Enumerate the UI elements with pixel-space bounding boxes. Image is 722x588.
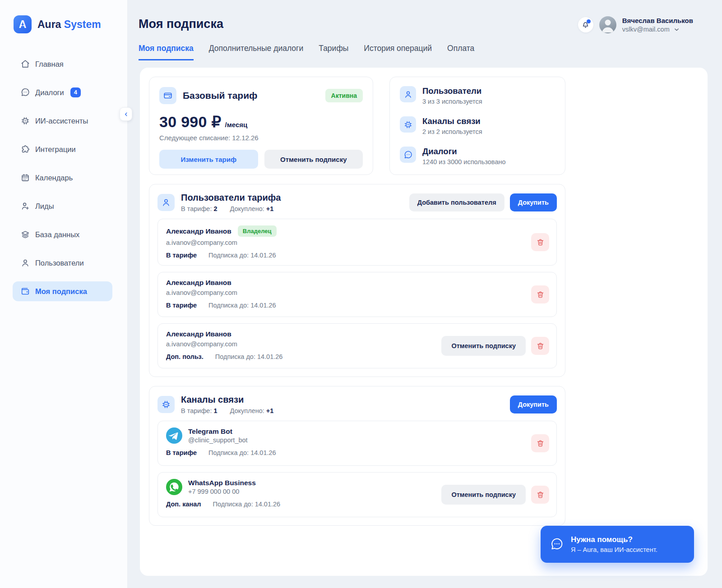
channel-handle: @clinic_support_bot xyxy=(188,436,248,444)
buy-more-users-button[interactable]: Докупить xyxy=(510,193,557,211)
meta-value: +1 xyxy=(266,407,274,414)
in-tariff-meta: В тарифе:2 xyxy=(181,205,218,212)
channel-type: Доп. канал xyxy=(166,501,201,508)
tab-tariffs[interactable]: Тарифы xyxy=(319,44,348,60)
sidebar-item-leads[interactable]: Лиды xyxy=(13,196,112,216)
trash-icon xyxy=(536,290,545,299)
sidebar-item-integrations[interactable]: Интеграции xyxy=(13,139,112,159)
tab-payment[interactable]: Оплата xyxy=(447,44,474,60)
main-content: Моя подписка Вячеслав Васильков vslkv@ma… xyxy=(128,0,722,588)
sidebar-item-label: Календарь xyxy=(35,174,73,182)
chip-icon xyxy=(400,116,416,133)
sidebar-collapse-button[interactable] xyxy=(120,107,132,121)
calendar-icon xyxy=(20,173,30,183)
sidebar-item-label: Лиды xyxy=(35,202,54,211)
user-icon xyxy=(157,194,175,211)
user-row-valid-until: Подписка до: 14.01.26 xyxy=(208,252,276,259)
tariff-period: /месяц xyxy=(225,121,247,129)
meta-value: +1 xyxy=(266,205,274,212)
brand-name-primary: Aura xyxy=(37,18,61,30)
subscription-panel: Базовый тариф Активна 30 990 ₽ /месяц Сл… xyxy=(140,68,708,576)
sidebar-item-users[interactable]: Пользователи xyxy=(13,253,112,273)
usage-title: Диалоги xyxy=(422,147,506,156)
channel-name: Telegram Bot xyxy=(188,427,248,436)
meta-value: 1 xyxy=(213,407,217,414)
cancel-channel-subscription-button[interactable]: Отменить подписку xyxy=(441,485,526,505)
channel-handle: +7 999 000 00 00 xyxy=(188,488,256,495)
section-title: Каналы связи xyxy=(181,395,504,405)
delete-user-button[interactable] xyxy=(531,285,549,303)
usage-users: Пользователи 3 из 3 используется xyxy=(400,86,555,105)
card-icon xyxy=(159,87,176,104)
help-title: Нужна помощь? xyxy=(571,535,657,544)
channel-valid-until: Подписка до: 14.01.26 xyxy=(213,501,281,508)
trash-icon xyxy=(536,238,545,247)
chip-icon xyxy=(20,116,30,126)
sidebar-item-label: Моя подписка xyxy=(35,287,87,296)
user-name: Вячеслав Васильков xyxy=(622,17,693,24)
meta-value: 2 xyxy=(213,205,217,212)
buy-more-channels-button[interactable]: Докупить xyxy=(510,395,557,413)
sidebar-item-database[interactable]: База данных xyxy=(13,225,112,244)
user-row-email: a.ivanov@company.com xyxy=(166,289,548,296)
delete-user-button[interactable] xyxy=(531,233,549,251)
tab-my-subscription[interactable]: Моя подписка xyxy=(139,44,194,60)
usage-dialogs: Диалоги 1240 из 3000 использовано xyxy=(400,147,555,165)
channel-row: WhatsApp Business +7 999 000 00 00 Доп. … xyxy=(157,472,557,517)
channel-type: В тарифе xyxy=(166,449,197,456)
user-row-name: Александр Иванов xyxy=(166,227,231,235)
user-row-valid-until: Подписка до: 14.01.26 xyxy=(208,302,276,309)
change-tariff-button[interactable]: Изменить тариф xyxy=(159,150,258,169)
sidebar-item-label: Пользователи xyxy=(35,259,84,267)
usage-channels: Каналы связи 2 из 2 используется xyxy=(400,116,555,135)
notifications-button[interactable] xyxy=(578,17,593,32)
brand-name: Aura System xyxy=(37,18,101,31)
tab-operations-history[interactable]: История операций xyxy=(364,44,432,60)
purchased-meta: Докуплено:+1 xyxy=(230,205,274,212)
next-charge-date: Следующее списание: 12.12.26 xyxy=(159,134,363,142)
tab-bar: Моя подписка Дополнительные диалоги Тари… xyxy=(128,44,722,60)
sidebar-item-my-subscription[interactable]: Моя подписка xyxy=(13,281,112,301)
channel-row: Telegram Bot @clinic_support_bot В тариф… xyxy=(157,421,557,466)
usage-card: Пользователи 3 из 3 используется Каналы … xyxy=(389,77,565,175)
chevron-left-icon xyxy=(124,112,129,117)
help-assistant-widget[interactable]: Нужна помощь? Я – Aura, ваш ИИ-ассистент… xyxy=(541,526,694,563)
notification-dot xyxy=(587,19,591,23)
help-subtitle: Я – Aura, ваш ИИ-ассистент. xyxy=(571,546,657,553)
telegram-icon xyxy=(166,427,182,444)
delete-channel-button[interactable] xyxy=(531,486,549,504)
user-row: Александр Иванов a.ivanov@company.com В … xyxy=(157,272,557,317)
sidebar-item-calendar[interactable]: Календарь xyxy=(13,168,112,188)
sidebar-item-ai-assistants[interactable]: ИИ-ассистенты xyxy=(13,111,112,131)
user-row: Александр Иванов a.ivanov@company.com До… xyxy=(157,323,557,368)
app-logo: A✦ Aura System xyxy=(0,0,127,33)
user-menu[interactable]: Вячеслав Васильков vslkv@mail.com xyxy=(622,17,693,33)
in-tariff-meta: В тарифе:1 xyxy=(181,407,218,414)
tariff-card: Базовый тариф Активна 30 990 ₽ /месяц Сл… xyxy=(149,77,373,175)
sidebar-item-dialogs[interactable]: Диалоги 4 xyxy=(13,83,112,102)
sidebar-item-label: Главная xyxy=(35,60,64,69)
delete-channel-button[interactable] xyxy=(531,434,549,452)
user-row-type: Доп. польз. xyxy=(166,353,204,360)
sidebar-item-label: ИИ-ассистенты xyxy=(35,117,88,125)
sidebar-item-home[interactable]: Главная xyxy=(13,54,112,74)
avatar[interactable] xyxy=(599,16,616,33)
tab-additional-dialogs[interactable]: Дополнительные диалоги xyxy=(209,44,303,60)
sidebar: A✦ Aura System Главная Диалоги 4 ИИ-асси… xyxy=(0,0,128,588)
cancel-subscription-button[interactable]: Отменить подписку xyxy=(264,150,363,169)
wallet-icon xyxy=(20,286,30,296)
user-row-email: a.ivanov@company.com xyxy=(166,239,548,246)
chat-icon xyxy=(20,87,30,97)
tariff-users-card: Пользователи тарифа В тарифе:2 Докуплено… xyxy=(149,184,565,377)
section-title: Пользователи тарифа xyxy=(181,193,403,203)
user-row-valid-until: Подписка до: 14.01.26 xyxy=(215,353,283,360)
puzzle-icon xyxy=(20,144,30,154)
chat-icon xyxy=(550,537,564,551)
user-block: Вячеслав Васильков vslkv@mail.com xyxy=(578,16,693,33)
chip-icon xyxy=(157,396,175,413)
delete-user-button[interactable] xyxy=(531,337,549,355)
user-icon xyxy=(400,86,416,102)
usage-value: 3 из 3 используется xyxy=(422,98,482,105)
add-user-button[interactable]: Добавить пользователя xyxy=(409,193,504,211)
cancel-user-subscription-button[interactable]: Отменить подписку xyxy=(441,336,526,356)
